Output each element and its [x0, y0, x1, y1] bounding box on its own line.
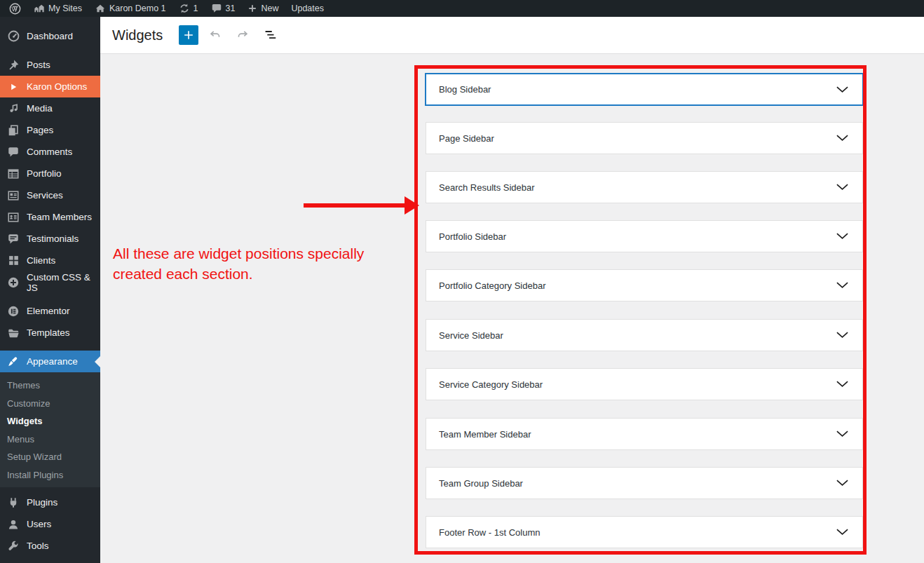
- sidebar-item-media[interactable]: Media: [0, 97, 100, 119]
- sidebar-item-label: Clients: [27, 255, 55, 266]
- sidebar-item-team-members[interactable]: Team Members: [0, 206, 100, 228]
- widget-area-title: Page Sidebar: [439, 133, 494, 144]
- pages-icon: [6, 123, 20, 137]
- page-title: Widgets: [112, 27, 163, 43]
- submenu-item-widgets[interactable]: Widgets: [0, 412, 100, 430]
- updates-indicator[interactable]: 1: [172, 0, 205, 17]
- sidebar-item-label: Karon Options: [27, 81, 87, 92]
- plug-icon: [6, 496, 20, 510]
- annotation-arrow: [304, 203, 406, 208]
- submenu-item-customize[interactable]: Customize: [0, 395, 100, 413]
- comment-icon: [6, 145, 20, 159]
- sidebar-item-testimonials[interactable]: Testimonials: [0, 228, 100, 250]
- widget-area-title: Footer Row - 1st Column: [439, 527, 541, 538]
- updates-link[interactable]: Updates: [285, 0, 330, 17]
- folder-icon: [6, 326, 20, 340]
- sidebar-item-label: Services: [27, 190, 63, 201]
- sidebar-item-label: Portfolio: [27, 168, 62, 179]
- widget-area-title: Team Member Sidebar: [439, 429, 531, 440]
- sidebar-item-custom-css-js[interactable]: Custom CSS & JS: [0, 271, 100, 293]
- sidebar-item-dashboard[interactable]: Dashboard: [0, 25, 100, 47]
- submenu-item-menus[interactable]: Menus: [0, 430, 100, 449]
- list-view-icon: [262, 27, 278, 43]
- undo-button[interactable]: [205, 25, 226, 46]
- submenu-item-setup-wizard[interactable]: Setup Wizard: [0, 448, 100, 466]
- widget-area-panel-team-group-sidebar[interactable]: Team Group Sidebar: [426, 467, 863, 499]
- menu-separator: [0, 293, 100, 300]
- widget-area-panel-service-sidebar[interactable]: Service Sidebar: [426, 319, 863, 351]
- wordpress-logo-icon: [9, 3, 21, 15]
- services-card-icon: [6, 189, 20, 203]
- id-card-icon: [6, 210, 20, 224]
- sidebar-item-elementor[interactable]: Elementor: [0, 300, 100, 322]
- widgets-editor-toolbar: Widgets: [100, 17, 924, 54]
- sidebar-item-comments[interactable]: Comments: [0, 141, 100, 163]
- plus-circle-icon: [6, 276, 20, 290]
- sidebar-item-appearance[interactable]: Appearance: [0, 351, 100, 372]
- portfolio-grid-icon: [6, 167, 20, 181]
- sidebar-item-settings[interactable]: Settings: [0, 557, 100, 563]
- user-icon: [6, 517, 20, 531]
- plus-icon: [247, 4, 257, 13]
- sidebar-item-portfolio[interactable]: Portfolio: [0, 163, 100, 184]
- pushpin-icon: [6, 58, 20, 72]
- widget-area-panel-footer-row-1st-column[interactable]: Footer Row - 1st Column: [426, 516, 863, 548]
- chevron-down-icon: [836, 233, 848, 240]
- site-menu[interactable]: Karon Demo 1: [88, 0, 172, 17]
- widget-area-panel-portfolio-sidebar[interactable]: Portfolio Sidebar: [426, 220, 863, 252]
- sidebar-item-posts[interactable]: Posts: [0, 54, 100, 76]
- my-sites-menu[interactable]: My Sites: [27, 0, 88, 17]
- sidebar-item-label: Team Members: [27, 212, 92, 222]
- chevron-down-icon: [836, 529, 848, 536]
- my-sites-icon: [34, 3, 45, 14]
- updates-label: Updates: [291, 4, 324, 13]
- sidebar-item-label: Posts: [27, 60, 50, 70]
- list-view-button[interactable]: [259, 25, 280, 46]
- sidebar-item-services[interactable]: Services: [0, 184, 100, 206]
- add-block-button[interactable]: [179, 25, 198, 45]
- testimonial-icon: [6, 232, 20, 246]
- my-sites-label: My Sites: [48, 4, 82, 13]
- dashboard-icon: [6, 29, 20, 43]
- widget-area-panel-page-sidebar[interactable]: Page Sidebar: [426, 122, 863, 154]
- submenu-item-install-plugins[interactable]: Install Plugins: [0, 466, 100, 484]
- chevron-down-icon: [836, 86, 848, 93]
- new-content-menu[interactable]: New: [241, 0, 285, 17]
- widget-area-panel-team-member-sidebar[interactable]: Team Member Sidebar: [426, 418, 863, 450]
- widget-area-panel-portfolio-category-sidebar[interactable]: Portfolio Category Sidebar: [426, 269, 863, 301]
- update-count-badge: 1: [193, 4, 198, 13]
- widget-area-panel-service-category-sidebar[interactable]: Service Category Sidebar: [426, 368, 863, 400]
- widget-area-panel-blog-sidebar[interactable]: Blog Sidebar: [425, 73, 864, 106]
- sidebar-item-label: Users: [27, 519, 51, 529]
- widget-area-panel-search-results-sidebar[interactable]: Search Results Sidebar: [426, 171, 863, 203]
- wrench-icon: [6, 539, 20, 553]
- sidebar-item-label: Comments: [27, 147, 72, 157]
- sidebar-item-label: Templates: [27, 327, 70, 338]
- menu-separator: [0, 47, 100, 54]
- chevron-down-icon: [836, 381, 848, 388]
- comments-indicator[interactable]: 31: [205, 0, 242, 17]
- sidebar-item-karon-options[interactable]: Karon Options: [0, 76, 100, 97]
- update-icon: [179, 3, 190, 14]
- sidebar-item-pages[interactable]: Pages: [0, 119, 100, 141]
- submenu-item-themes[interactable]: Themes: [0, 377, 100, 395]
- chevron-down-icon: [836, 332, 848, 339]
- home-icon: [95, 3, 106, 14]
- brush-icon: [6, 355, 20, 369]
- sidebar-item-clients[interactable]: Clients: [0, 250, 100, 271]
- undo-icon: [208, 27, 223, 43]
- widget-area-title: Blog Sidebar: [439, 84, 491, 95]
- site-name-label: Karon Demo 1: [109, 4, 166, 13]
- redo-button[interactable]: [232, 25, 253, 46]
- play-arrow-icon: [6, 80, 20, 94]
- sidebar-item-plugins[interactable]: Plugins: [0, 491, 100, 513]
- annotation-arrow-head: [405, 196, 419, 215]
- chevron-down-icon: [836, 480, 848, 487]
- sidebar-item-templates[interactable]: Templates: [0, 322, 100, 344]
- chevron-down-icon: [836, 430, 848, 437]
- media-icon: [6, 102, 20, 116]
- sidebar-item-label: Testimonials: [27, 233, 79, 244]
- sidebar-item-tools[interactable]: Tools: [0, 535, 100, 557]
- wp-logo-button[interactable]: [3, 0, 27, 17]
- sidebar-item-users[interactable]: Users: [0, 513, 100, 535]
